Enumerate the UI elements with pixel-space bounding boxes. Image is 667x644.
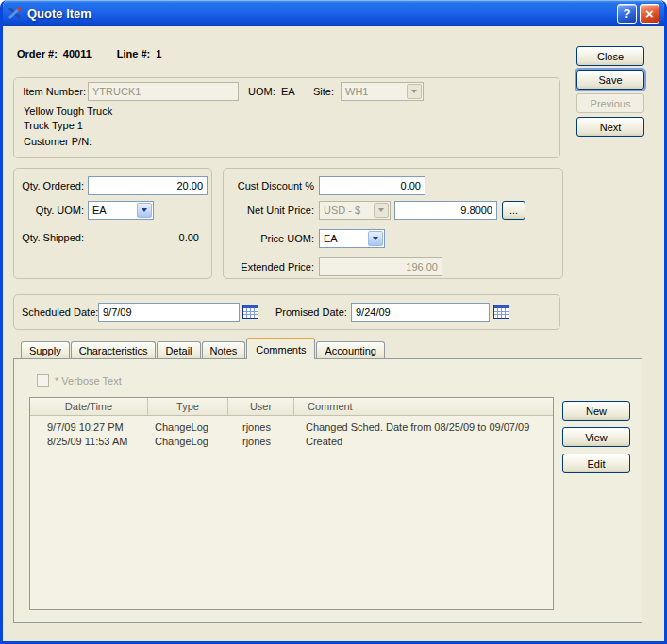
- previous-button: Previous: [576, 93, 644, 113]
- help-button[interactable]: ?: [617, 4, 637, 24]
- comment-type: ChangeLog: [148, 436, 228, 447]
- verbose-text-label: * Verbose Text: [55, 374, 122, 388]
- view-comment-button[interactable]: View: [562, 427, 630, 447]
- currency-combo-arrow: [374, 203, 389, 218]
- tab-accounting[interactable]: Accounting: [316, 341, 384, 359]
- uom-label: UOM:: [248, 85, 275, 98]
- item-number-label: Item Number:: [20, 85, 86, 98]
- order-number-value: 40011: [63, 48, 92, 59]
- order-line-header: Order #: 40011 Line #: 1: [17, 48, 161, 59]
- currency-combo: USD - $: [319, 201, 391, 220]
- close-button[interactable]: Close: [576, 46, 644, 66]
- window-title: Quote Item: [27, 7, 614, 21]
- column-header-user[interactable]: User: [228, 398, 294, 415]
- edit-comment-button[interactable]: Edit: [562, 454, 630, 473]
- verbose-text-checkbox: [37, 374, 49, 387]
- comments-list-header: Date/Time Type User Comment: [30, 398, 553, 416]
- promised-date-input[interactable]: [351, 303, 490, 322]
- item-description-line1: Yellow Tough Truck: [24, 105, 112, 118]
- net-unit-price-input[interactable]: [394, 201, 497, 220]
- tab-detail[interactable]: Detail: [157, 341, 200, 359]
- qty-shipped-value: 0.00: [88, 231, 199, 244]
- next-button[interactable]: Next: [576, 117, 644, 137]
- price-uom-label: Price UOM:: [227, 232, 314, 245]
- tab-characteristics[interactable]: Characteristics: [71, 341, 157, 359]
- comment-row[interactable]: 9/7/09 10:27 PM ChangeLog rjones Changed…: [30, 421, 553, 434]
- extended-price-label: Extended Price:: [227, 260, 314, 273]
- extended-price-field: 196.00: [319, 257, 442, 276]
- scheduled-date-label: Scheduled Date:: [22, 305, 98, 319]
- cust-discount-label: Cust Discount %: [227, 179, 314, 192]
- qty-uom-combo[interactable]: EA: [88, 201, 154, 220]
- qty-ordered-input[interactable]: [88, 176, 208, 195]
- tab-bar: Supply Characteristics Detail Notes Comm…: [21, 338, 386, 359]
- tab-notes[interactable]: Notes: [202, 341, 246, 359]
- app-icon: [8, 6, 23, 21]
- qty-ordered-label: Qty. Ordered:: [16, 179, 84, 192]
- comment-text: Created: [294, 436, 553, 447]
- column-header-comment[interactable]: Comment: [294, 398, 553, 415]
- net-unit-price-label: Net Unit Price:: [227, 204, 314, 217]
- customer-pn-label: Customer P/N:: [24, 135, 92, 148]
- qty-shipped-label: Qty. Shipped:: [16, 231, 84, 244]
- comment-row[interactable]: 8/25/09 11:53 AM ChangeLog rjones Create…: [30, 435, 553, 448]
- price-uom-combo-arrow[interactable]: [368, 231, 383, 246]
- item-group: Item Number: YTRUCK1 UOM: EA Site: WH1 Y…: [13, 77, 560, 158]
- item-number-field: YTRUCK1: [88, 82, 239, 101]
- comment-user: rjones: [228, 421, 294, 433]
- site-combo-arrow: [407, 84, 422, 99]
- comments-list-body: 9/7/09 10:27 PM ChangeLog rjones Changed…: [30, 416, 553, 448]
- comments-list[interactable]: Date/Time Type User Comment 9/7/09 10:27…: [29, 397, 554, 610]
- promised-date-calendar-icon[interactable]: [493, 304, 510, 321]
- line-number-label: Line #:: [117, 48, 150, 59]
- scheduled-date-calendar-icon[interactable]: [242, 304, 259, 321]
- titlebar: Quote Item ? ×: [3, 0, 664, 26]
- price-list-button[interactable]: ...: [502, 201, 525, 220]
- nav-button-stack: Close Save Previous Next: [576, 46, 644, 137]
- item-description-line2: Truck Type 1: [24, 119, 83, 132]
- column-header-datetime[interactable]: Date/Time: [30, 398, 148, 415]
- new-comment-button[interactable]: New: [562, 401, 630, 421]
- comment-type: ChangeLog: [148, 421, 228, 433]
- uom-value: EA: [281, 85, 295, 98]
- quantity-group: Qty. Ordered: Qty. UOM: EA Qty. Shipped:…: [13, 168, 212, 279]
- dates-group: Scheduled Date: Promised Date:: [13, 294, 560, 330]
- tab-supply[interactable]: Supply: [21, 341, 70, 359]
- comment-datetime: 9/7/09 10:27 PM: [30, 421, 148, 433]
- comments-tab-panel: * Verbose Text Date/Time Type User Comme…: [13, 358, 642, 623]
- qty-uom-combo-arrow[interactable]: [137, 203, 152, 218]
- save-button[interactable]: Save: [576, 70, 644, 90]
- qty-uom-label: Qty. UOM:: [16, 204, 84, 217]
- comment-datetime: 8/25/09 11:53 AM: [30, 436, 148, 447]
- tab-comments[interactable]: Comments: [246, 338, 315, 359]
- price-uom-combo[interactable]: EA: [319, 229, 385, 248]
- site-combo: WH1: [341, 82, 424, 101]
- column-header-type[interactable]: Type: [148, 398, 228, 415]
- pricing-group: Cust Discount % Net Unit Price: USD - $ …: [223, 168, 563, 279]
- cust-discount-input[interactable]: [319, 176, 425, 195]
- quote-item-window: Quote Item ? × Order #: 40011 Line #: 1 …: [0, 0, 667, 644]
- comment-text: Changed Sched. Date from 08/25/09 to 09/…: [294, 421, 553, 433]
- scheduled-date-input[interactable]: [98, 303, 240, 322]
- site-label: Site:: [313, 85, 334, 98]
- line-number-value: 1: [156, 48, 161, 59]
- dialog-content: Order #: 40011 Line #: 1 Close Save Prev…: [3, 26, 664, 641]
- comment-user: rjones: [228, 436, 294, 447]
- order-number-label: Order #:: [17, 48, 58, 59]
- close-window-button[interactable]: ×: [640, 4, 659, 24]
- promised-date-label: Promised Date:: [275, 305, 347, 319]
